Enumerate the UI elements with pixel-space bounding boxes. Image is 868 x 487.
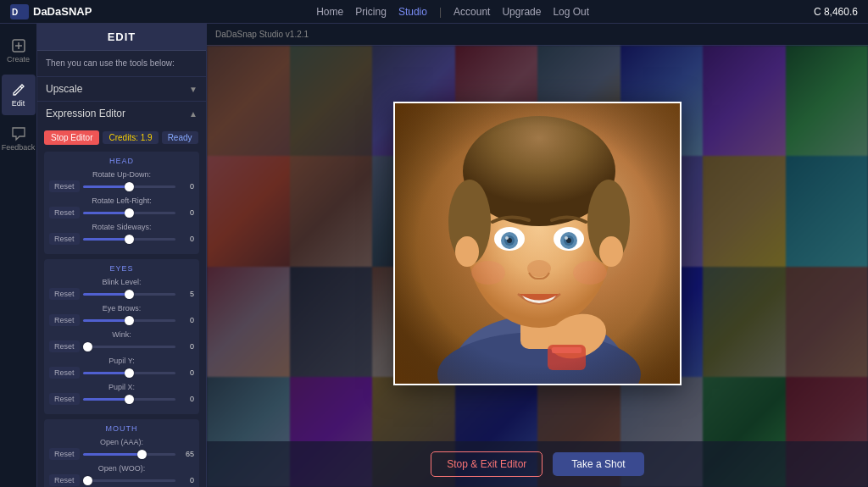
upscale-header[interactable]: Upscale ▼ [37,77,206,101]
logo: D DaDaSNAP [10,4,92,19]
open-aaa-slider[interactable] [83,453,175,456]
sidebar-hint: Then you can use the tools below: [37,51,206,76]
reset-open-aaa[interactable]: Reset [49,448,80,460]
pupil-y-value: 0 [179,368,194,377]
nav-logout[interactable]: Log Out [553,6,589,18]
eyebrows-slider[interactable] [83,319,175,322]
open-aaa-slider-wrap [83,448,175,460]
expression-editor-label: Expression Editor [46,108,125,119]
pupil-y-slider[interactable] [83,372,175,374]
top-nav: D DaDaSNAP Home Pricing Studio | Account… [0,0,868,24]
svg-text:D: D [12,8,18,17]
rotate-leftright-row: Reset 0 [49,207,194,219]
pupil-x-slider[interactable] [83,398,175,401]
sidebar-item-edit[interactable]: Edit [2,75,36,115]
sidebar-item-feedback[interactable]: Feedback [2,119,36,159]
wink-slider[interactable] [83,346,175,348]
rotate-updown-slider[interactable] [83,185,175,188]
portrait-image [393,102,682,385]
open-aaa-row: Reset 65 [49,448,194,460]
blink-slider[interactable] [83,293,175,296]
sidebar-item-create[interactable]: Create [2,30,36,71]
pupil-y-slider-wrap [83,367,175,379]
center-image-wrap [207,46,868,441]
rotate-updown-row: Reset 0 [49,180,194,192]
reset-rotate-updown[interactable]: Reset [49,180,80,192]
eyes-group: EYES Blink Level: Reset 5 Eye Brows: Res… [44,259,199,414]
rotate-leftright-slider-wrap [83,207,175,219]
icon-bar: Create Edit Feedback [0,24,37,487]
open-aaa-label: Open (AAA): [49,438,194,446]
credits-display: C 8,460.6 [814,6,858,18]
reset-blink[interactable]: Reset [49,288,80,300]
rotate-sideways-slider[interactable] [83,238,175,241]
studio-bar: DaDaSnap Studio v1.2.1 [207,24,868,46]
rotate-leftright-slider[interactable] [83,212,175,214]
rotate-sideways-slider-wrap [83,233,175,245]
nav-links: Home Pricing Studio | Account Upgrade Lo… [316,6,589,18]
open-woo-label: Open (WOO): [49,464,194,473]
head-group-label: HEAD [49,157,194,165]
wink-row: Reset 0 [49,340,194,352]
eyebrows-label: Eye Brows: [49,304,194,313]
main-content: DaDaSnap Studio v1.2.1 [207,24,868,487]
reset-rotate-leftright[interactable]: Reset [49,207,80,219]
studio-version: DaDaSnap Studio v1.2.1 [215,30,309,39]
credits-pill: Credits: 1.9 [103,131,158,144]
expression-editor-panel: Stop Editor Credits: 1.9 Ready HEAD Rota… [37,125,206,487]
nav-studio[interactable]: Studio [398,6,427,18]
eyebrows-value: 0 [179,316,194,324]
pupil-x-row: Reset 0 [49,393,194,405]
rotate-updown-label: Rotate Up-Down: [49,170,194,179]
nav-home[interactable]: Home [316,6,343,18]
nav-account[interactable]: Account [453,6,490,18]
pupil-y-row: Reset 0 [49,367,194,379]
sidebar-header: EDIT [37,24,206,51]
expression-editor-header[interactable]: Expression Editor ▲ [37,102,206,125]
rotate-sideways-value: 0 [179,235,194,243]
expr-controls-row: Stop Editor Credits: 1.9 Ready [44,130,199,145]
reset-wink[interactable]: Reset [49,340,80,352]
eyes-group-label: EYES [49,264,194,273]
open-woo-slider-wrap [83,474,175,486]
bottom-bar: Stop & Exit Editor Take a Shot [207,441,868,487]
stop-exit-button[interactable]: Stop & Exit Editor [431,451,542,477]
reset-eyebrows[interactable]: Reset [49,314,80,326]
rotate-sideways-label: Rotate Sideways: [49,223,194,231]
svg-line-5 [20,86,22,88]
rotate-updown-slider-wrap [83,180,175,192]
head-group: HEAD Rotate Up-Down: Reset 0 Rotate Left… [44,152,199,254]
create-label: Create [7,55,30,64]
nav-upgrade[interactable]: Upgrade [502,6,541,18]
eyebrows-slider-wrap [83,314,175,326]
pupil-y-label: Pupil Y: [49,357,194,365]
wink-slider-wrap [83,340,175,352]
rotate-leftright-label: Rotate Left-Right: [49,196,194,205]
open-woo-slider[interactable] [83,479,175,482]
wink-value: 0 [179,342,194,351]
svg-rect-33 [395,103,682,385]
reset-pupil-x[interactable]: Reset [49,393,80,405]
blink-row: Reset 5 [49,288,194,300]
pupil-x-value: 0 [179,395,194,403]
upscale-label: Upscale [46,83,82,95]
wink-label: Wink: [49,330,194,339]
nav-pricing[interactable]: Pricing [355,6,387,18]
open-aaa-value: 65 [179,450,194,458]
reset-pupil-y[interactable]: Reset [49,367,80,379]
upscale-arrow-icon: ▼ [189,85,198,94]
blink-slider-wrap [83,288,175,300]
portrait-svg [395,103,682,385]
rotate-leftright-value: 0 [179,208,194,217]
take-shot-button[interactable]: Take a Shot [553,452,643,476]
rotate-updown-value: 0 [179,182,194,191]
stop-editor-button[interactable]: Stop Editor [44,130,99,145]
reset-rotate-sideways[interactable]: Reset [49,233,80,245]
reset-open-woo[interactable]: Reset [49,474,80,486]
app-layout: Create Edit Feedback EDIT Then you can u… [0,24,868,487]
blink-label: Blink Level: [49,278,194,286]
sidebar: EDIT Then you can use the tools below: U… [37,24,207,487]
expression-arrow-icon: ▲ [189,109,198,119]
eyebrows-row: Reset 0 [49,314,194,326]
mouth-group: MOUTH Open (AAA): Reset 65 Open (WOO): R… [44,419,199,487]
